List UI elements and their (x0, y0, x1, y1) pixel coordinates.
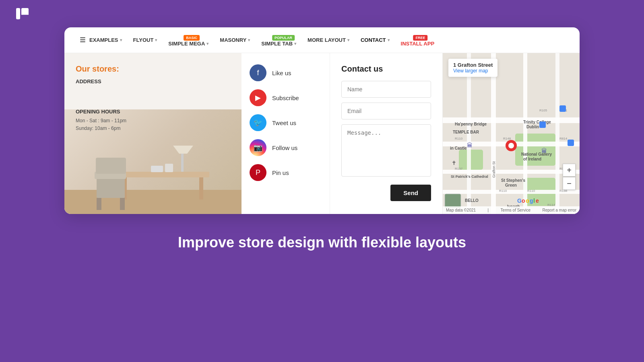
nav-item-masonry[interactable]: MASONRY ▾ (214, 27, 256, 53)
name-input[interactable] (341, 81, 431, 98)
svg-rect-6 (97, 198, 101, 210)
navigation: ☰ EXAMPLES ▾ FLYOUT ▾ BASIC SIMPLE MEGA … (64, 27, 580, 53)
top-bar (0, 0, 644, 27)
svg-text:R110: R110 (527, 189, 535, 193)
store-panel: Our stores: ADDRESS OPENING HOURS Mon - … (64, 53, 242, 214)
svg-text:TEMPLE BAR: TEMPLE BAR (453, 130, 479, 134)
social-item-facebook[interactable]: f Like us (250, 64, 322, 81)
store-info: Our stores: ADDRESS OPENING HOURS Mon - … (64, 53, 242, 132)
svg-rect-1 (117, 172, 209, 177)
svg-rect-21 (491, 53, 496, 214)
nav-item-simple-tab[interactable]: POPULAR SIMPLE TAB ▾ (256, 31, 302, 57)
map-address: 1 Grafton Street (453, 62, 493, 68)
nav-item-install-app[interactable]: FREE INSTALL APP (395, 31, 440, 57)
social-item-pinterest[interactable]: P Pin us (250, 164, 322, 181)
zoom-in-button[interactable]: + (563, 164, 576, 177)
opening-time-sunday: Sunday: 10am - 6pm (76, 125, 230, 132)
chevron-icon: ▾ (294, 41, 296, 46)
email-input[interactable] (341, 103, 431, 119)
svg-text:St Stephen's: St Stephen's (501, 178, 526, 183)
svg-text:R110: R110 (499, 189, 507, 193)
instagram-icon: 📷 (250, 139, 266, 156)
svg-text:l: l (533, 197, 535, 204)
social-item-twitter[interactable]: 🐦 Tweet us (250, 114, 322, 131)
svg-rect-56 (568, 140, 574, 146)
svg-rect-12 (96, 158, 126, 174)
svg-rect-3 (199, 177, 203, 200)
map-separator: | (488, 208, 489, 212)
map-panel: Grafton St R110 R148 R105 R801 R814 R138… (443, 53, 580, 214)
social-label-youtube: Subscribe (272, 95, 299, 101)
svg-text:🏛: 🏛 (467, 142, 473, 148)
svg-rect-55 (539, 121, 546, 128)
terms-link[interactable]: Terms of Service (501, 208, 530, 212)
main-card: ☰ EXAMPLES ▾ FLYOUT ▾ BASIC SIMPLE MEGA … (64, 27, 580, 214)
view-larger-map-link[interactable]: View larger map (453, 68, 493, 74)
send-button[interactable]: Send (390, 185, 431, 201)
opening-hours: OPENING HOURS Mon - Sat : 9am - 11pm Sun… (76, 109, 230, 132)
nav-item-simple-mega[interactable]: BASIC SIMPLE MEGA ▾ (163, 31, 214, 57)
social-label-twitter: Tweet us (272, 119, 296, 126)
svg-text:R814: R814 (559, 137, 568, 140)
svg-text:of Ireland: of Ireland (523, 157, 541, 161)
zoom-out-button[interactable]: − (563, 177, 576, 190)
svg-text:R137: R137 (455, 167, 463, 171)
nav-item-flyout[interactable]: FLYOUT ▾ (128, 27, 163, 53)
nav-item-more-layout[interactable]: MORE LAYOUT ▾ (302, 27, 355, 53)
svg-text:St Patrick's Cathedral: St Patrick's Cathedral (451, 175, 488, 179)
svg-text:in Castle: in Castle (450, 146, 467, 150)
svg-rect-11 (165, 164, 173, 172)
svg-rect-10 (151, 166, 163, 172)
svg-marker-9 (173, 146, 193, 154)
contact-form-panel: Contact us Send (330, 53, 443, 214)
map-address-overlay: 1 Grafton Street View larger map (448, 59, 497, 77)
map-svg: Grafton St R110 R148 R105 R801 R814 R138… (443, 53, 580, 214)
map-controls: + − (563, 164, 576, 190)
social-item-instagram[interactable]: 📷 Follow us (250, 139, 322, 156)
svg-text:R110: R110 (455, 137, 463, 140)
contact-title: Contact us (341, 64, 431, 74)
svg-point-50 (508, 143, 514, 148)
svg-text:Green: Green (505, 183, 517, 187)
social-label-facebook: Like us (272, 70, 291, 76)
chevron-icon: ▾ (155, 38, 157, 42)
svg-rect-22 (523, 53, 527, 214)
report-link[interactable]: Report a map error (542, 208, 576, 212)
svg-text:g: g (530, 197, 533, 204)
svg-rect-7 (120, 198, 125, 210)
social-panel: f Like us ▶ Subscribe 🐦 Tweet us 📷 Follo… (242, 53, 330, 214)
chevron-icon: ▾ (388, 38, 390, 42)
svg-rect-54 (559, 105, 566, 112)
svg-rect-0 (64, 190, 242, 214)
svg-rect-24 (555, 53, 559, 214)
content-area: Our stores: ADDRESS OPENING HOURS Mon - … (64, 53, 580, 214)
social-label-pinterest: Pin us (272, 169, 289, 176)
svg-text:Trinity College: Trinity College (523, 120, 551, 124)
svg-text:e: e (536, 197, 539, 204)
facebook-icon: f (250, 64, 266, 81)
tagline: Improve store design with flexible layou… (0, 214, 644, 267)
message-input[interactable] (341, 124, 431, 177)
logo[interactable] (16, 8, 29, 19)
store-title: Our stores: (76, 64, 230, 74)
address-label: ADDRESS (76, 78, 230, 84)
map-placeholder: Grafton St R110 R148 R105 R801 R814 R138… (443, 53, 580, 214)
map-data-label: Map data ©2021 (446, 208, 476, 212)
nav-item-contact[interactable]: CONTACT ▾ (355, 27, 395, 53)
svg-text:BELLO: BELLO (465, 198, 479, 203)
svg-text:R148: R148 (503, 137, 511, 140)
basic-badge: BASIC (184, 35, 200, 41)
social-label-instagram: Follow us (272, 144, 297, 151)
social-item-youtube[interactable]: ▶ Subscribe (250, 89, 322, 106)
svg-text:R105: R105 (539, 109, 547, 112)
svg-rect-64 (445, 194, 461, 208)
svg-text:G: G (517, 197, 522, 204)
popular-badge: POPULAR (272, 35, 295, 41)
svg-text:🏛: 🏛 (541, 148, 547, 154)
nav-item-examples[interactable]: ☰ EXAMPLES ▾ (74, 27, 128, 53)
opening-label: OPENING HOURS (76, 109, 230, 115)
svg-text:✝: ✝ (452, 160, 456, 166)
svg-text:o: o (526, 197, 529, 204)
svg-text:National Gallery: National Gallery (521, 152, 552, 156)
free-badge: FREE (413, 35, 427, 41)
